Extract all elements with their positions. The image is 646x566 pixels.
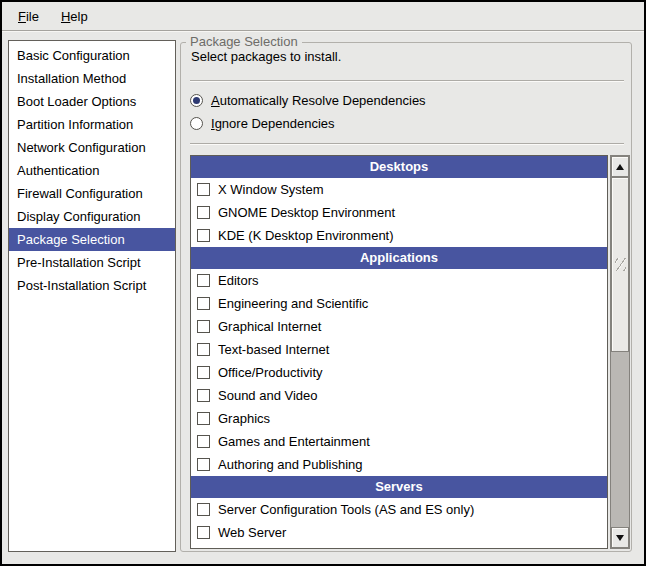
sidebar-item-package-selection[interactable]: Package Selection	[9, 228, 175, 251]
description-text: Select packages to install.	[191, 49, 341, 64]
package-label: Engineering and Scientific	[218, 296, 368, 311]
sidebar-item-boot-loader-options[interactable]: Boot Loader Options	[9, 90, 175, 113]
package-label: X Window System	[218, 182, 323, 197]
radio-dot	[193, 97, 200, 104]
package-row-text-based-internet[interactable]: Text-based Internet	[191, 338, 607, 361]
package-row-web-server[interactable]: Web Server	[191, 521, 607, 544]
package-row-graphics[interactable]: Graphics	[191, 407, 607, 430]
scrollbar-down-button[interactable]	[611, 527, 629, 548]
package-label: GNOME Desktop Environment	[218, 205, 395, 220]
package-row-server-configuration-tools-as-and-es-only[interactable]: Server Configuration Tools (AS and ES on…	[191, 498, 607, 521]
triangle-down-icon	[616, 535, 624, 541]
checkbox-gnome-desktop-environment[interactable]	[197, 206, 210, 219]
checkbox-engineering-and-scientific[interactable]	[197, 297, 210, 310]
package-label: KDE (K Desktop Environment)	[218, 228, 394, 243]
checkbox-text-based-internet[interactable]	[197, 343, 210, 356]
separator	[190, 143, 624, 145]
package-row-kde-k-desktop-environment[interactable]: KDE (K Desktop Environment)	[191, 224, 607, 247]
checkbox-web-server[interactable]	[197, 526, 210, 539]
package-label: Editors	[218, 273, 258, 288]
package-row-office-productivity[interactable]: Office/Productivity	[191, 361, 607, 384]
package-label: Graphical Internet	[218, 319, 321, 334]
checkbox-kde-k-desktop-environment[interactable]	[197, 229, 210, 242]
radio-icon	[190, 94, 203, 107]
package-row-games-and-entertainment[interactable]: Games and Entertainment	[191, 430, 607, 453]
sidebar-item-authentication[interactable]: Authentication	[9, 159, 175, 182]
sidebar-item-basic-configuration[interactable]: Basic Configuration	[9, 44, 175, 67]
package-row-engineering-and-scientific[interactable]: Engineering and Scientific	[191, 292, 607, 315]
vertical-scrollbar[interactable]	[610, 155, 630, 549]
checkbox-server-configuration-tools-as-and-es-only[interactable]	[197, 503, 210, 516]
checkbox-graphical-internet[interactable]	[197, 320, 210, 333]
package-group-header-applications[interactable]: Applications	[191, 247, 607, 269]
checkbox-x-window-system[interactable]	[197, 183, 210, 196]
package-label: Text-based Internet	[218, 342, 329, 357]
menu-bar: File Help	[2, 2, 644, 31]
radio-resolve-dependencies[interactable]: Automatically Resolve Dependencies	[190, 89, 426, 112]
menu-help[interactable]: Help	[51, 5, 98, 28]
checkbox-editors[interactable]	[197, 274, 210, 287]
scrollbar-up-button[interactable]	[611, 156, 629, 177]
separator	[190, 80, 624, 82]
thumb-grip-icon	[615, 258, 626, 271]
menu-file[interactable]: File	[8, 5, 49, 28]
package-label: Web Server	[218, 525, 286, 540]
package-row-x-window-system[interactable]: X Window System	[191, 178, 607, 201]
sidebar-item-post-installation-script[interactable]: Post-Installation Script	[9, 274, 175, 297]
kickstart-configurator-window: File Help Basic ConfigurationInstallatio…	[0, 0, 646, 566]
checkbox-games-and-entertainment[interactable]	[197, 435, 210, 448]
sidebar-item-pre-installation-script[interactable]: Pre-Installation Script	[9, 251, 175, 274]
package-group-header-servers[interactable]: Servers	[191, 476, 607, 498]
package-label: Graphics	[218, 411, 270, 426]
package-row-editors[interactable]: Editors	[191, 269, 607, 292]
package-label: Server Configuration Tools (AS and ES on…	[218, 502, 474, 517]
sidebar-item-network-configuration[interactable]: Network Configuration	[9, 136, 175, 159]
radio-ignore-dependencies[interactable]: Ignore Dependencies	[190, 112, 335, 135]
package-row-graphical-internet[interactable]: Graphical Internet	[191, 315, 607, 338]
checkbox-office-productivity[interactable]	[197, 366, 210, 379]
checkbox-graphics[interactable]	[197, 412, 210, 425]
sidebar-item-display-configuration[interactable]: Display Configuration	[9, 205, 175, 228]
checkbox-authoring-and-publishing[interactable]	[197, 458, 210, 471]
scrollbar-thumb[interactable]	[611, 177, 629, 352]
package-label: Games and Entertainment	[218, 434, 370, 449]
package-selection-frame: Package Selection Select packages to ins…	[180, 42, 632, 552]
sidebar-item-firewall-configuration[interactable]: Firewall Configuration	[9, 182, 175, 205]
frame-title: Package Selection	[186, 34, 302, 49]
checkbox-sound-and-video[interactable]	[197, 389, 210, 402]
package-group-list: Desktops X Window System GNOME Desktop E…	[190, 155, 608, 549]
sidebar-item-installation-method[interactable]: Installation Method	[9, 67, 175, 90]
package-label: Office/Productivity	[218, 365, 323, 380]
package-row-authoring-and-publishing[interactable]: Authoring and Publishing	[191, 453, 607, 476]
triangle-up-icon	[616, 164, 624, 170]
package-row-gnome-desktop-environment[interactable]: GNOME Desktop Environment	[191, 201, 607, 224]
package-group-header-desktops[interactable]: Desktops	[191, 156, 607, 178]
radio-label: Automatically Resolve Dependencies	[211, 93, 426, 108]
radio-icon	[190, 117, 203, 130]
configuration-category-list: Basic ConfigurationInstallation MethodBo…	[8, 40, 176, 552]
package-label: Authoring and Publishing	[218, 457, 363, 472]
package-row-sound-and-video[interactable]: Sound and Video	[191, 384, 607, 407]
sidebar-item-partition-information[interactable]: Partition Information	[9, 113, 175, 136]
package-label: Sound and Video	[218, 388, 318, 403]
radio-label: Ignore Dependencies	[211, 116, 335, 131]
